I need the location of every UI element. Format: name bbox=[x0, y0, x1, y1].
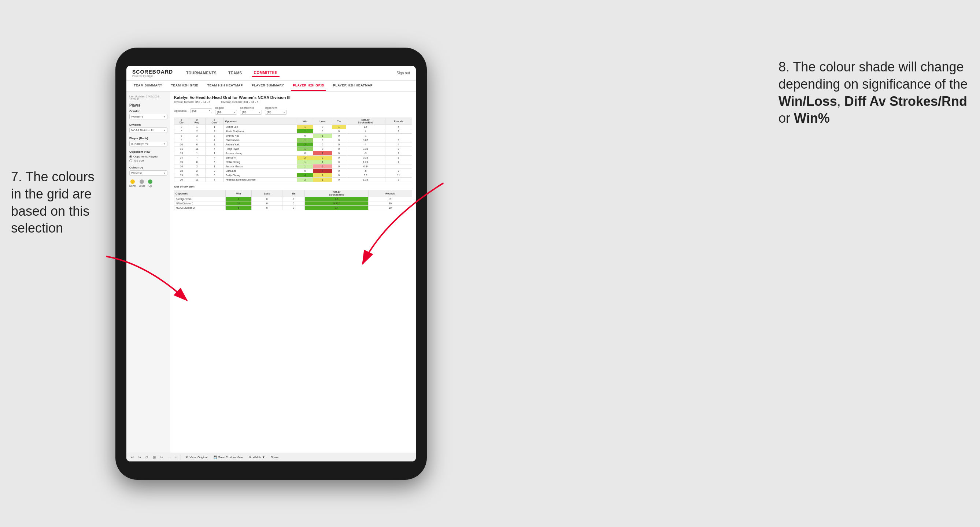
nav-teams[interactable]: TEAMS bbox=[226, 70, 244, 76]
table-cell: 1 bbox=[297, 160, 313, 164]
out-col-diff: Diff AvStrokes/Rnd bbox=[305, 190, 369, 197]
view-original-btn[interactable]: 👁 View: Original bbox=[184, 455, 209, 460]
opponent-label: Opponent bbox=[265, 106, 287, 109]
col-loss: Loss bbox=[313, 118, 332, 125]
sub-nav-player-summary[interactable]: PLAYER SUMMARY bbox=[250, 81, 286, 91]
table-cell: 6 bbox=[189, 143, 205, 147]
table-cell: 15 bbox=[174, 160, 189, 164]
opponent-select[interactable]: (All) bbox=[265, 110, 287, 114]
conference-filter: Conference (All) bbox=[240, 106, 262, 114]
circle-btn[interactable]: ○ bbox=[174, 454, 178, 460]
more-btn[interactable]: ··· bbox=[167, 454, 171, 460]
colour-legend: Down Level Up bbox=[129, 179, 167, 187]
out-table-cell: 0 bbox=[282, 202, 305, 206]
table-cell: 0 bbox=[332, 134, 346, 138]
out-col-tie: Tie bbox=[282, 190, 305, 197]
sub-nav-player-h2h-grid[interactable]: PLAYER H2H GRID bbox=[291, 81, 326, 91]
table-cell: 6 bbox=[174, 134, 189, 138]
gender-section: Gender Women's bbox=[129, 110, 167, 119]
table-cell: 0 bbox=[332, 178, 346, 182]
table-cell: Stella Cheng bbox=[224, 160, 297, 164]
save-custom-view-btn[interactable]: 💾 Save Custom View bbox=[212, 455, 244, 460]
col-opponent: Opponent bbox=[224, 118, 297, 125]
watch-icon: 👁 bbox=[249, 456, 252, 459]
sub-nav-player-h2h-heatmap[interactable]: PLAYER H2H HEATMAP bbox=[332, 81, 374, 91]
table-cell: -1 bbox=[346, 134, 385, 138]
colour-by-select[interactable]: Win/loss bbox=[129, 170, 167, 176]
sign-out[interactable]: Sign out bbox=[396, 71, 410, 75]
table-cell: 1 bbox=[205, 151, 224, 156]
table-cell: Euna Lee bbox=[224, 169, 297, 173]
table-cell: 3 bbox=[205, 143, 224, 147]
table-cell: 10 bbox=[174, 143, 189, 147]
table-cell: 4 bbox=[385, 125, 412, 129]
table-cell: 2 bbox=[297, 156, 313, 160]
out-table-cell: 5 bbox=[226, 206, 252, 210]
table-cell: 0 bbox=[332, 164, 346, 169]
save-icon: 💾 bbox=[213, 456, 217, 459]
eye-icon: 👁 bbox=[185, 456, 188, 459]
out-table-cell: 0 bbox=[252, 197, 282, 202]
radio-dot-top100 bbox=[129, 159, 132, 162]
table-cell: 3 bbox=[385, 138, 412, 143]
table-cell: 1 bbox=[313, 151, 332, 156]
table-row: 1063Andrea York20044 bbox=[174, 143, 412, 147]
refresh-btn[interactable]: ⟳ bbox=[145, 454, 149, 460]
watch-btn[interactable]: 👁 Watch ▼ bbox=[247, 455, 266, 460]
undo-btn[interactable]: ↩ bbox=[130, 454, 134, 460]
table-cell: 1 bbox=[313, 173, 332, 178]
table-cell: Andrea York bbox=[224, 143, 297, 147]
col-conf: #Conf bbox=[205, 118, 224, 125]
legend-down-dot bbox=[130, 179, 135, 184]
out-table-cell: Foreign Team bbox=[174, 197, 226, 202]
opponents-select[interactable]: (All) bbox=[190, 108, 212, 113]
out-table-cell: 7.4 bbox=[305, 206, 369, 210]
radio-opponents-played[interactable]: Opponents Played bbox=[129, 155, 167, 158]
logo-sub: Powered by clippd bbox=[132, 75, 173, 77]
table-row: 19106Emily Chang4100.311 bbox=[174, 173, 412, 178]
sub-nav-team-h2h-grid[interactable]: TEAM H2H GRID bbox=[170, 81, 200, 91]
grid-btn[interactable]: ⊞ bbox=[152, 454, 156, 460]
table-cell: 0.38 bbox=[346, 156, 385, 160]
gender-select[interactable]: Women's bbox=[129, 114, 167, 119]
table-cell: 6 bbox=[205, 173, 224, 178]
bottom-toolbar: ↩ ↪ ⟳ ⊞ ✂ ··· ○ 👁 View: Original 💾 Save … bbox=[126, 452, 416, 462]
table-cell: 1.33 bbox=[346, 178, 385, 182]
region-select[interactable]: (All) bbox=[215, 110, 237, 114]
out-table-row: Foreign Team1004.52 bbox=[174, 197, 412, 202]
table-cell: 1 bbox=[297, 138, 313, 143]
cut-btn[interactable]: ✂ bbox=[159, 454, 164, 460]
table-cell: Jessica Mason bbox=[224, 164, 297, 169]
table-cell bbox=[385, 134, 412, 138]
table-cell: 4 bbox=[346, 129, 385, 134]
nav-committee[interactable]: COMMITTEE bbox=[252, 69, 280, 77]
table-cell: 1 bbox=[189, 138, 205, 143]
sub-nav-team-h2h-heatmap[interactable]: TEAM H2H HEATMAP bbox=[206, 81, 244, 91]
table-cell: 3.67 bbox=[346, 138, 385, 143]
table-cell: 7 bbox=[189, 156, 205, 160]
table-cell: 11 bbox=[189, 147, 205, 151]
table-cell: 2 bbox=[385, 169, 412, 173]
player-rank-select[interactable]: 8. Katelyn Vo bbox=[129, 141, 167, 146]
sub-nav-team-summary[interactable]: TEAM SUMMARY bbox=[132, 81, 164, 91]
tablet-frame: SCOREBOARD Powered by clippd TOURNAMENTS… bbox=[115, 48, 427, 480]
table-row: 1474Eunice Yi2200.389 bbox=[174, 156, 412, 160]
out-table-cell: 1 bbox=[226, 197, 252, 202]
radio-top100[interactable]: Top 100 bbox=[129, 159, 167, 162]
redo-btn[interactable]: ↪ bbox=[137, 454, 142, 460]
share-btn[interactable]: Share bbox=[269, 455, 280, 460]
logo-text: SCOREBOARD bbox=[132, 69, 173, 75]
sub-nav: TEAM SUMMARY TEAM H2H GRID TEAM H2H HEAT… bbox=[126, 81, 416, 92]
gender-label: Gender bbox=[129, 110, 167, 113]
annotation-left: 7. The colours in the grid are based on … bbox=[11, 168, 106, 237]
table-cell: 2 bbox=[297, 143, 313, 147]
conference-select[interactable]: (All) bbox=[240, 110, 262, 114]
table-cell bbox=[385, 164, 412, 169]
table-cell: 2 bbox=[385, 151, 412, 156]
table-cell: 0 bbox=[313, 147, 332, 151]
table-cell: 4 bbox=[297, 173, 313, 178]
table-cell: 1 bbox=[297, 129, 313, 134]
division-select[interactable]: NCAA Division III bbox=[129, 127, 167, 133]
player-section-title: Player bbox=[129, 103, 167, 107]
nav-tournaments[interactable]: TOURNAMENTS bbox=[184, 70, 219, 76]
